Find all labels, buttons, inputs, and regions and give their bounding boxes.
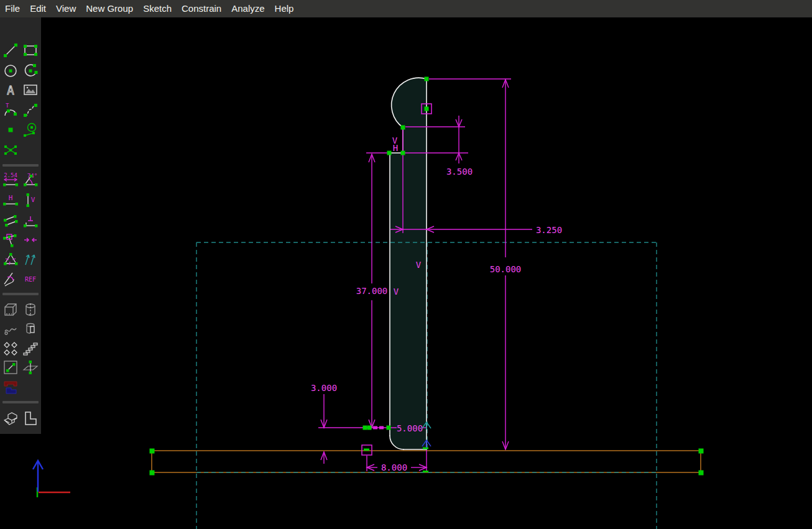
sketch-canvas[interactable]: 50.000 37.000 3.500 [0,0,812,529]
bar-corner-point[interactable] [699,471,704,476]
point[interactable] [425,77,429,81]
arc-icon [22,63,39,79]
point[interactable] [387,426,391,430]
circle-icon [2,63,19,79]
iso-view-icon [2,410,19,426]
dim-50[interactable]: 50.000 [429,79,521,449]
constrain-parallel[interactable] [2,212,19,229]
solvespace-window: 50.000 37.000 3.500 [0,0,812,529]
bar-corner-point[interactable] [150,449,155,454]
ortho-view-icon [22,410,39,426]
group-helix[interactable] [2,320,19,338]
vertical-icon: V [22,192,39,208]
tangent-icon [2,271,19,287]
v-constraint-left[interactable]: V [394,287,399,297]
toggle-reference[interactable]: REF [22,270,39,288]
menu-sketch[interactable]: Sketch [143,0,172,17]
tool-tangent-arc[interactable]: T [2,101,19,119]
view-nearest-iso[interactable] [2,410,19,427]
menu-help[interactable]: Help [275,0,294,17]
constrain-tangent[interactable] [2,270,19,288]
point[interactable] [364,449,369,451]
menu-edit[interactable]: Edit [30,0,46,17]
tool-datum-point[interactable] [2,121,19,139]
rectangle-icon [22,42,39,58]
bar-corner-point[interactable] [699,449,704,454]
menu-view[interactable]: View [56,0,76,17]
dim-3[interactable]: 3.000 [311,383,337,464]
dim-3-5-text: 3.500 [446,167,473,177]
menu-analyze[interactable]: Analyze [231,0,264,17]
group-step-translate[interactable] [22,340,39,357]
group-new-workplane[interactable] [22,359,39,376]
extrude-icon [2,301,19,318]
group-lathe[interactable] [22,301,39,318]
bar-corner-point[interactable] [150,471,155,476]
constrain-point-on-line[interactable] [2,231,19,249]
dim-37[interactable]: 37.000 [356,153,389,428]
constrain-vertical[interactable]: V [22,191,39,209]
datum-point-icon [2,122,19,138]
group-step-rotate[interactable] [2,340,19,357]
constrain-perpendicular[interactable] [22,212,39,229]
group-extrude[interactable] [2,301,19,318]
point[interactable] [367,426,372,430]
tool-circle[interactable] [2,62,19,80]
point[interactable] [401,151,405,155]
constrain-distance[interactable]: 2.54 [2,171,19,188]
dimensions: 50.000 37.000 3.500 [311,79,562,472]
lathe-icon [22,301,39,318]
perpendicular-icon [22,213,39,229]
line-icon [2,42,19,58]
point[interactable] [401,126,405,130]
horizontal-icon: H [2,192,19,208]
constrain-angle[interactable]: 74° [22,171,39,188]
tool-line-segment[interactable] [2,42,19,59]
toolbar: A T [0,17,41,434]
group-in-3d[interactable] [2,359,19,376]
group-revolve[interactable] [22,320,39,338]
point[interactable] [387,151,392,155]
point-on-line-icon [2,232,19,248]
view-nearest-ortho[interactable] [22,410,39,427]
point[interactable] [423,471,428,472]
constrain-same-orientation[interactable] [22,251,39,268]
tool-split-curves[interactable] [2,141,19,159]
group-3d-icon [2,359,19,375]
dim-37-text: 37.000 [356,286,388,296]
h-constraint-step[interactable]: H [393,143,398,153]
parallel-icon [2,213,19,229]
tool-bezier[interactable] [22,101,39,119]
revolve-icon [22,321,39,337]
dim-3-25-text: 3.250 [536,225,562,235]
step-translate-icon [22,341,39,357]
menu-file[interactable]: File [5,0,20,17]
dim-3-text: 3.000 [311,383,337,393]
dim-5[interactable]: 5.000 [318,423,427,433]
dim-5-text: 5.000 [397,423,423,433]
point[interactable] [363,426,367,430]
constrain-equal[interactable] [2,251,19,268]
distance-icon: 2.54 [2,172,19,188]
tool-image[interactable] [22,81,39,99]
menu-new-group[interactable]: New Group [86,0,133,17]
point[interactable] [423,448,428,449]
tool-arc[interactable] [22,62,39,80]
menu-constrain[interactable]: Constrain [182,0,221,17]
svg-text:H: H [9,194,13,202]
point[interactable] [425,107,429,111]
same-orientation-icon [22,251,39,267]
angle-icon: 74° [22,172,39,188]
step-rotate-icon [2,341,19,357]
text-icon: A [2,82,19,98]
tool-rectangle[interactable] [22,42,39,59]
tool-construction[interactable] [22,121,39,139]
v-constraint-right[interactable]: V [416,260,422,270]
toolbar-separator [2,164,39,167]
tool-ttf-text[interactable]: A [2,81,19,99]
dim-8[interactable]: 8.000 [367,450,427,472]
constrain-horizontal[interactable]: H [2,191,19,209]
toolbar-separator [2,293,39,295]
constrain-symmetric[interactable] [22,231,39,249]
group-link-assemble[interactable] [2,379,19,396]
